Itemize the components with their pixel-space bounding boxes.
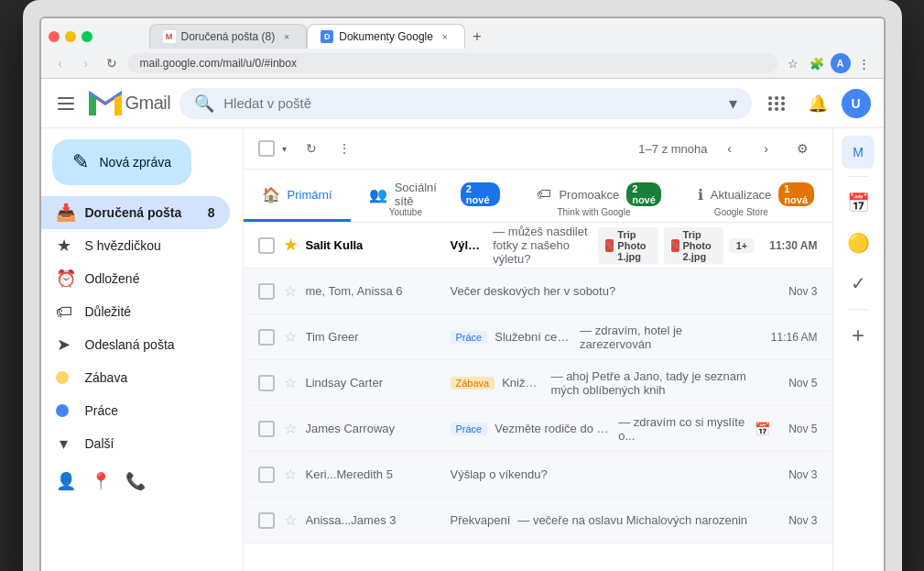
email-time: Nov 3 — [788, 285, 817, 298]
menu-icon[interactable] — [54, 91, 80, 116]
compose-label: Nová zpráva — [100, 155, 172, 170]
email-star[interactable]: ☆ — [282, 375, 299, 391]
primary-tab-icon: 🏠 — [262, 186, 280, 203]
email-checkbox[interactable] — [258, 329, 275, 346]
email-star[interactable]: ☆ — [282, 283, 299, 300]
email-time: 11:30 AM — [769, 239, 817, 252]
gmail-tab-close[interactable]: × — [280, 30, 293, 43]
email-row[interactable]: ☆ me, Tom, Anissa 6 Večer deskových her … — [244, 269, 832, 314]
refresh-button[interactable]: ↻ — [297, 134, 326, 163]
sidebar-item-zabava[interactable]: Zábava — [41, 361, 230, 394]
tab-primary[interactable]: 🏠 Primární — [244, 170, 351, 222]
sidebar-item-dulezite[interactable]: 🏷 Důležité — [41, 295, 230, 328]
prev-page-button[interactable]: ‹ — [715, 134, 745, 163]
email-checkbox[interactable] — [258, 421, 275, 437]
select-dropdown-button[interactable]: ▾ — [277, 134, 293, 163]
email-subject-area: Večer deskových her v sobotu? — [451, 284, 775, 298]
contacts-icon[interactable]: 👤 — [56, 471, 76, 491]
email-row[interactable]: ★ Salit Kulla Výlet do Tater — můžeš nas… — [244, 223, 832, 269]
email-sender: James Carroway — [306, 422, 443, 435]
chrome-user-avatar[interactable]: A — [831, 53, 851, 73]
back-button[interactable]: ‹ — [50, 53, 71, 73]
email-checkbox[interactable] — [258, 467, 275, 483]
search-input[interactable] — [223, 95, 719, 111]
promo-tab-sub: Think with Google — [557, 207, 630, 217]
email-checkbox[interactable] — [258, 237, 275, 254]
window-close-button[interactable] — [49, 31, 60, 42]
select-all-checkbox[interactable] — [258, 140, 275, 157]
tab-promo[interactable]: 🏷 Promoakce 2 nové Think with Google — [518, 170, 679, 222]
settings-button[interactable]: ⚙ — [788, 134, 818, 163]
mail-tabs: 🏠 Primární 👥 Sociální sítě 2 nové Youtub… — [244, 170, 832, 223]
gmail-header: Gmail 🔍 ▾ 🔔 — [41, 79, 884, 128]
email-row[interactable]: ☆ James Carroway Práce Vezměte rodiče do… — [244, 406, 832, 452]
new-tab-button[interactable]: + — [465, 25, 489, 49]
email-preview: — ahoj Petře a Jano, tady je seznam mých… — [551, 369, 775, 397]
email-star[interactable]: ☆ — [282, 329, 299, 346]
mail-toolbar: ▾ ↻ ⋮ 1–7 z mnoha ‹ › ⚙ — [244, 128, 832, 170]
tab-social[interactable]: 👥 Sociální sítě 2 nové Youtube — [351, 170, 519, 222]
gmail-logo-text: Gmail — [125, 93, 171, 114]
email-subject: Služební cesta — [495, 330, 572, 344]
email-row[interactable]: ☆ Lindsay Carter Zábava Knižní klub — ah… — [244, 360, 832, 406]
address-bar[interactable] — [127, 53, 777, 73]
apps-grid-button[interactable] — [761, 87, 794, 120]
docs-tab-label: Dokumenty Google — [339, 30, 433, 43]
sidebar-item-dorucena[interactable]: 📥 Doručená pošta 8 — [41, 196, 230, 229]
email-star[interactable]: ☆ — [282, 467, 299, 483]
email-checkbox[interactable] — [258, 512, 275, 529]
snoozed-label: Odložené — [85, 271, 215, 286]
sidebar-item-prace[interactable]: Práce — [41, 394, 230, 427]
email-star[interactable]: ★ — [282, 237, 299, 254]
bookmark-button[interactable]: ☆ — [783, 53, 803, 73]
tasks-icon[interactable]: ✓ — [840, 265, 876, 302]
promo-tab-badge: 2 nové — [626, 182, 661, 206]
social-tab-icon: 👥 — [369, 186, 387, 203]
window-minimize-button[interactable] — [65, 31, 76, 42]
location-icon[interactable]: 📍 — [91, 471, 111, 491]
next-page-button[interactable]: › — [752, 134, 781, 163]
attachment-chip: 📎 Trip Photo 2.jpg — [664, 227, 723, 264]
sidebar-item-hvezdicky[interactable]: ★ S hvězdičkou — [41, 229, 230, 262]
forward-button[interactable]: › — [76, 53, 96, 73]
sidebar-item-odeslana[interactable]: ➤ Odeslaná pošta — [41, 328, 230, 361]
tab-updates[interactable]: ℹ Aktualizace 1 nová Google Store — [679, 170, 832, 222]
email-checkbox[interactable] — [258, 375, 275, 391]
sent-label: Odeslaná pošta — [85, 337, 215, 352]
browser-tab-gmail[interactable]: M Doručená pošta (8) × — [149, 24, 308, 49]
email-sender: me, Tom, Anissa 6 — [306, 284, 443, 298]
search-bar[interactable]: 🔍 ▾ — [179, 88, 751, 119]
compose-button[interactable]: ✎ Nová zpráva — [52, 139, 192, 185]
extension-button[interactable]: 🧩 — [807, 53, 827, 73]
user-avatar[interactable]: U — [842, 89, 871, 118]
updates-tab-badge: 1 nová — [778, 182, 813, 206]
calendar-sidebar-icon[interactable]: 📅 — [840, 184, 876, 221]
email-star[interactable]: ☆ — [282, 512, 299, 529]
email-checkbox[interactable] — [258, 283, 275, 300]
sidebar-item-dalsi[interactable]: ▾ Další — [41, 427, 230, 460]
sidebar-item-odlozene[interactable]: ⏰ Odložené — [41, 262, 230, 295]
search-filter-icon[interactable]: ▾ — [729, 93, 737, 114]
reload-button[interactable]: ↻ — [102, 53, 122, 73]
email-preview: — zdravím, hotel je zarezervován — [580, 324, 756, 351]
gmail-body: ✎ Nová zpráva 📥 Doručená pošta 8 ★ S hvě… — [41, 128, 884, 571]
email-star[interactable]: ☆ — [282, 421, 299, 437]
window-maximize-button[interactable] — [82, 31, 92, 42]
email-row[interactable]: ☆ Keri...Meredith 5 Výšlap o víkendu? No… — [244, 452, 832, 498]
keep-icon[interactable]: 🟡 — [840, 225, 876, 261]
email-row[interactable]: ☆ Anissa...James 3 Překvapení — večeře n… — [244, 498, 832, 544]
starred-icon: ★ — [56, 236, 72, 256]
docs-tab-close[interactable]: × — [439, 30, 451, 43]
social-tab-label: Sociální sítě — [395, 181, 453, 208]
primary-tab-label: Primární — [288, 188, 332, 202]
add-apps-icon[interactable]: + — [840, 317, 876, 354]
google-meet-icon[interactable]: M — [842, 136, 875, 169]
email-row[interactable]: ☆ Tim Greer Práce Služební cesta — zdrav… — [244, 314, 832, 360]
browser-tab-docs[interactable]: D Dokumenty Google × — [307, 24, 465, 49]
updates-tab-sub: Google Store — [714, 207, 768, 217]
notifications-button[interactable]: 🔔 — [801, 87, 834, 120]
phone-icon[interactable]: 📞 — [125, 471, 146, 491]
chrome-menu-button[interactable]: ⋮ — [854, 53, 875, 73]
more-toolbar-button[interactable]: ⋮ — [330, 134, 359, 163]
sidebar-bottom: 👤 📍 📞 — [41, 460, 243, 502]
